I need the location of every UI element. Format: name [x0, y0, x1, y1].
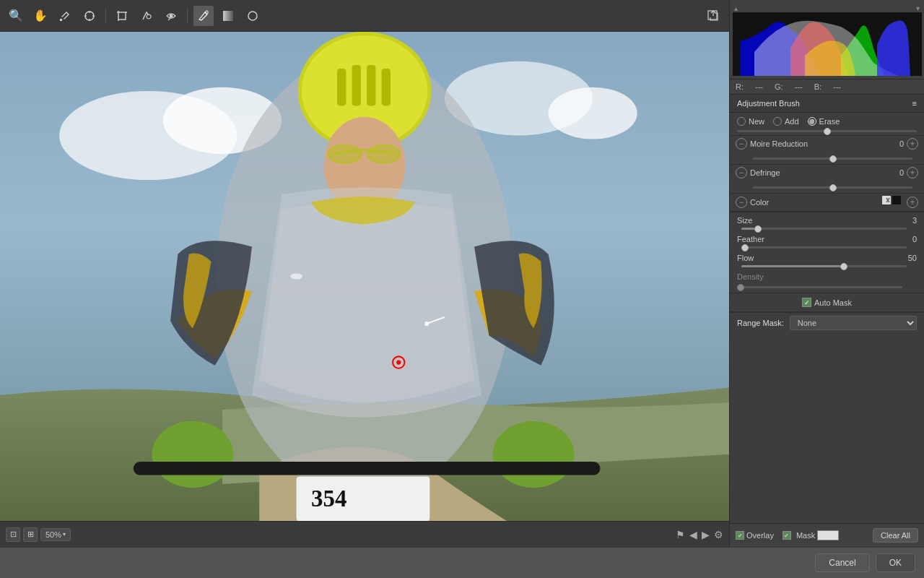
- auto-mask-text: Auto Mask: [814, 298, 852, 307]
- flag-icon[interactable]: ⚑: [676, 529, 685, 540]
- moire-reduction-row: − Moire Reduction 0 +: [730, 136, 924, 152]
- feather-thumb[interactable]: [741, 244, 749, 251]
- mask-checkbox[interactable]: ✓: [783, 531, 791, 540]
- auto-mask-label[interactable]: ✓ Auto Mask: [802, 298, 852, 307]
- hist-collapse-icon[interactable]: ▴: [734, 4, 738, 12]
- adj-menu-icon[interactable]: ≡: [912, 99, 917, 108]
- svg-rect-30: [382, 69, 391, 105]
- mask-color-swatch[interactable]: [817, 530, 839, 540]
- density-thumb[interactable]: [737, 284, 744, 291]
- overlay-checkbox[interactable]: ✓: [736, 531, 744, 540]
- density-track[interactable]: [737, 286, 902, 288]
- feather-track[interactable]: [741, 246, 907, 249]
- top-slider-thumb[interactable]: [824, 128, 831, 135]
- radio-add-circle: [773, 117, 782, 126]
- canvas-wrapper[interactable]: 354: [0, 32, 729, 521]
- svg-rect-28: [352, 65, 361, 105]
- r-label: R:: [736, 82, 744, 91]
- histogram-top-icons: ▴ ▾: [733, 3, 921, 12]
- image-container: 354: [0, 32, 729, 521]
- zoom-tool[interactable]: 🔍: [6, 6, 26, 26]
- gradient-tool[interactable]: [218, 6, 238, 26]
- heal-tool[interactable]: [136, 6, 157, 26]
- density-label: Density: [737, 272, 764, 281]
- svg-point-35: [493, 421, 575, 488]
- color-plus[interactable]: +: [907, 197, 918, 208]
- canvas-bottom-left: ⊡ ⊞ 50% ▾: [6, 527, 71, 542]
- auto-mask-checkbox[interactable]: ✓: [802, 298, 811, 307]
- export-button[interactable]: [703, 6, 723, 26]
- overlay-checkmark: ✓: [738, 532, 743, 539]
- radial-tool[interactable]: [243, 6, 263, 26]
- defringe-plus[interactable]: +: [907, 167, 918, 178]
- svg-point-23: [549, 87, 637, 139]
- moire-plus[interactable]: +: [907, 138, 918, 150]
- defringe-thumb[interactable]: [829, 184, 837, 191]
- svg-rect-14: [206, 11, 208, 14]
- radio-add[interactable]: Add: [773, 117, 799, 126]
- next-icon[interactable]: ▶: [702, 529, 710, 540]
- radio-new[interactable]: New: [737, 117, 764, 126]
- settings-icon[interactable]: ⚙: [714, 529, 723, 540]
- histogram-area: ▴ ▾: [730, 0, 924, 79]
- svg-rect-45: [882, 196, 891, 204]
- ok-button[interactable]: OK: [876, 553, 915, 572]
- defringe-minus[interactable]: −: [736, 167, 747, 178]
- prev-icon[interactable]: ◀: [689, 529, 697, 540]
- feather-row: Feather 0: [730, 233, 924, 246]
- density-track-row: [730, 283, 924, 291]
- hist-expand-icon[interactable]: ▾: [916, 4, 920, 12]
- brush-settings: Size 3 Feather 0: [730, 212, 924, 293]
- color-minus[interactable]: −: [736, 197, 747, 208]
- range-mask-select[interactable]: None Luminance Color Depth: [790, 316, 917, 330]
- svg-point-33: [367, 145, 400, 163]
- color-swap-control[interactable]: [882, 196, 901, 209]
- feather-label: Feather: [737, 235, 795, 243]
- svg-rect-46: [892, 196, 901, 204]
- moire-thumb[interactable]: [829, 155, 837, 163]
- mask-label-group[interactable]: ✓ Mask: [783, 530, 839, 540]
- crop-tool[interactable]: [112, 6, 132, 26]
- moire-label: Moire Reduction: [750, 139, 815, 148]
- zoom-arrow: ▾: [63, 531, 66, 538]
- expand-button[interactable]: ⊡: [6, 527, 20, 542]
- red-eye-tool[interactable]: [161, 6, 181, 26]
- eyedropper-tool[interactable]: [55, 6, 75, 26]
- flow-thumb[interactable]: [840, 263, 847, 270]
- clear-all-button[interactable]: Clear All: [873, 528, 918, 543]
- radio-erase-label: Erase: [819, 117, 840, 126]
- canvas-bottom: ⊡ ⊞ 50% ▾ ⚑ ◀ ▶ ⚙: [0, 521, 729, 547]
- canvas-area: 🔍 ✋: [0, 0, 729, 547]
- b-label: B:: [814, 82, 821, 91]
- svg-rect-15: [223, 11, 233, 21]
- size-label: Size: [737, 216, 795, 225]
- flow-row: Flow 50: [730, 251, 924, 264]
- brush-tool[interactable]: [193, 6, 214, 26]
- defringe-slider-track[interactable]: [753, 186, 912, 189]
- targeted-adjust-tool[interactable]: [79, 6, 100, 26]
- flow-track-row: [730, 264, 924, 270]
- flow-track[interactable]: [741, 265, 907, 267]
- toolbar: 🔍 ✋: [0, 0, 729, 32]
- moire-slider-track[interactable]: [753, 158, 912, 160]
- svg-text:354: 354: [311, 486, 346, 512]
- spacer: [730, 333, 924, 391]
- fit-button[interactable]: ⊞: [23, 527, 38, 542]
- flow-fill: [741, 265, 840, 267]
- radio-new-circle: [737, 117, 746, 126]
- size-thumb[interactable]: [754, 225, 762, 233]
- defringe-row: − Defringe 0 +: [730, 165, 924, 181]
- radio-erase[interactable]: Erase: [808, 117, 840, 126]
- svg-point-16: [248, 12, 257, 20]
- g-value: ---: [795, 82, 803, 91]
- zoom-display[interactable]: 50% ▾: [40, 528, 71, 541]
- cancel-button[interactable]: Cancel: [815, 553, 869, 572]
- size-track[interactable]: [741, 228, 907, 230]
- overlay-label-group[interactable]: ✓ Overlay: [736, 531, 774, 540]
- svg-rect-27: [337, 69, 346, 105]
- feather-value: 0: [897, 235, 917, 243]
- svg-point-43: [290, 273, 302, 279]
- moire-minus[interactable]: −: [736, 138, 747, 150]
- hand-tool[interactable]: ✋: [30, 6, 51, 26]
- color-label: Color: [750, 198, 815, 207]
